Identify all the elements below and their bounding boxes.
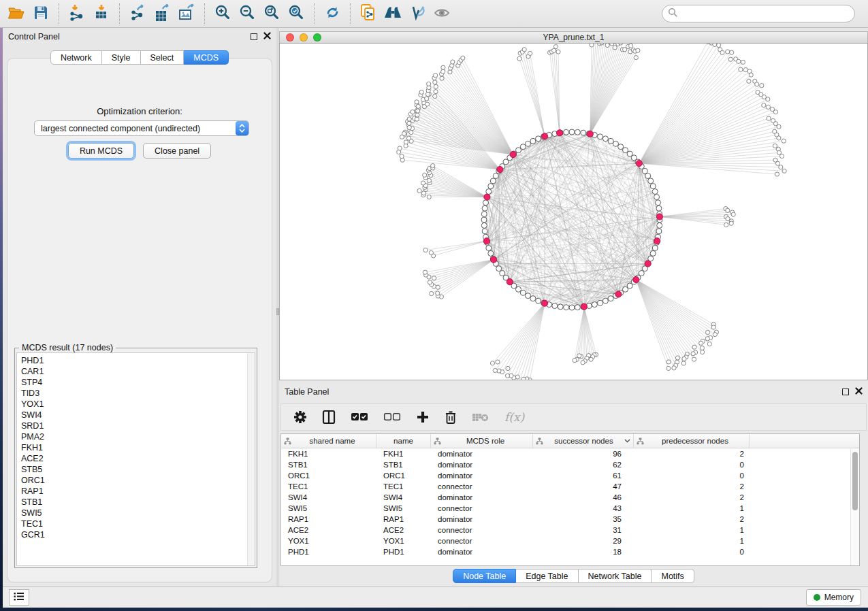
open-file-button[interactable] bbox=[4, 2, 29, 25]
cell-mcds-role: dominator bbox=[431, 472, 533, 480]
mcds-result-node[interactable]: SWI5 bbox=[21, 508, 255, 518]
cell-name: ORC1 bbox=[376, 472, 431, 480]
table-row[interactable]: SWI4SWI4dominator462 bbox=[281, 492, 859, 503]
zoom-in-button[interactable] bbox=[210, 2, 235, 25]
mcds-result-node[interactable]: STB5 bbox=[21, 464, 255, 475]
cell-successor-nodes: 35 bbox=[533, 515, 634, 523]
float-panel-icon[interactable] bbox=[251, 33, 257, 40]
cell-mcds-role: connector bbox=[431, 482, 533, 491]
mcds-result-node[interactable]: PHD1 bbox=[21, 355, 255, 366]
export-image-button[interactable] bbox=[174, 2, 199, 25]
mcds-result-list[interactable]: PHD1CAR1STP4TID3YOX1SWI4SRD1PMA2FKH1ACE2… bbox=[16, 352, 255, 566]
close-panel-icon[interactable] bbox=[263, 32, 271, 42]
network-view-window: YPA_prune.txt_1 bbox=[279, 31, 868, 380]
network-graph[interactable] bbox=[280, 44, 868, 380]
table-row[interactable]: STB1STB1dominator620 bbox=[281, 459, 859, 470]
add-column-icon[interactable] bbox=[416, 410, 430, 424]
gear-icon[interactable] bbox=[293, 410, 307, 424]
mcds-result-node[interactable]: TEC1 bbox=[21, 518, 255, 529]
zoom-out-button[interactable] bbox=[235, 2, 259, 25]
mcds-result-node[interactable]: YOX1 bbox=[21, 399, 255, 410]
zoom-fit-button[interactable] bbox=[259, 2, 284, 25]
table-row[interactable]: FKH1FKH1dominator962 bbox=[281, 448, 859, 459]
close-panel-button[interactable]: Close panel bbox=[143, 143, 211, 159]
table-scrollbar[interactable] bbox=[850, 449, 859, 565]
memory-button-label: Memory bbox=[824, 593, 854, 602]
clone-network-button[interactable] bbox=[356, 2, 381, 25]
float-table-panel-icon[interactable] bbox=[842, 389, 849, 395]
right-pane: YPA_prune.txt_1 Table Panel bbox=[279, 28, 868, 587]
column-header-mcds-role[interactable]: MCDS role bbox=[431, 434, 533, 448]
column-chooser-icon[interactable] bbox=[322, 410, 336, 425]
deselect-all-icon[interactable] bbox=[383, 412, 401, 422]
mcds-list-scrollbar[interactable] bbox=[247, 353, 255, 565]
mcds-result-node[interactable]: FKH1 bbox=[21, 442, 255, 453]
show-panels-button[interactable] bbox=[9, 589, 29, 606]
search-input[interactable] bbox=[678, 7, 854, 20]
show-hide-button[interactable] bbox=[430, 2, 454, 25]
cell-shared-name: SWI4 bbox=[281, 493, 376, 501]
memory-button[interactable]: Memory bbox=[806, 589, 861, 606]
tab-select[interactable]: Select bbox=[141, 50, 184, 65]
export-table-button[interactable] bbox=[150, 2, 174, 25]
tab-network-table[interactable]: Network Table bbox=[579, 569, 652, 583]
mcds-result-node[interactable]: SRD1 bbox=[21, 420, 255, 431]
table-row[interactable]: RAP1RAP1dominator352 bbox=[281, 514, 859, 525]
mcds-result-node[interactable]: TID3 bbox=[21, 388, 255, 399]
column-header-name[interactable]: name bbox=[376, 434, 431, 448]
mcds-result-node[interactable]: CAR1 bbox=[21, 366, 255, 377]
cell-name: FKH1 bbox=[376, 450, 431, 458]
network-canvas[interactable] bbox=[279, 44, 868, 380]
refresh-button[interactable] bbox=[320, 2, 344, 25]
tab-motifs[interactable]: Motifs bbox=[652, 569, 694, 583]
mcds-result-node[interactable]: SWI4 bbox=[21, 410, 255, 420]
close-table-panel-icon[interactable] bbox=[855, 387, 863, 397]
table-row[interactable]: ACE2ACE2connector311 bbox=[281, 525, 859, 535]
cell-mcds-role: dominator bbox=[431, 548, 533, 556]
cell-name: ACE2 bbox=[376, 526, 431, 534]
zoom-selected-button[interactable] bbox=[284, 2, 308, 25]
delete-column-icon[interactable] bbox=[445, 410, 457, 425]
column-header-successor-nodes[interactable]: successor nodes bbox=[533, 434, 634, 448]
import-network-button[interactable] bbox=[65, 2, 89, 25]
mcds-result-node[interactable]: STP4 bbox=[21, 377, 255, 388]
tab-network[interactable]: Network bbox=[50, 50, 102, 65]
column-header-predecessor-nodes[interactable]: predecessor nodes bbox=[634, 434, 750, 448]
table-row[interactable]: TEC1TEC1connector472 bbox=[281, 481, 859, 492]
tab-edge-table[interactable]: Edge Table bbox=[516, 569, 578, 583]
export-image-icon bbox=[178, 4, 195, 24]
tab-node-table[interactable]: Node Table bbox=[453, 569, 516, 583]
mcds-result-node[interactable]: PMA2 bbox=[21, 431, 255, 442]
table-row[interactable]: ORC1ORC1dominator610 bbox=[281, 470, 859, 481]
mcds-result-node[interactable]: ACE2 bbox=[21, 453, 255, 464]
cell-successor-nodes: 62 bbox=[533, 461, 634, 469]
search-network-button[interactable] bbox=[381, 2, 405, 25]
run-mcds-button[interactable]: Run MCDS bbox=[68, 143, 134, 159]
criterion-dropdown[interactable]: largest connected component (undirected) bbox=[34, 120, 249, 136]
cell-successor-nodes: 31 bbox=[533, 526, 634, 534]
network-search-field[interactable] bbox=[662, 5, 855, 22]
optimization-criterion-label: Optimization criterion: bbox=[7, 106, 272, 116]
save-session-button[interactable] bbox=[29, 2, 53, 25]
tab-style[interactable]: Style bbox=[102, 50, 141, 65]
table-scrollbar-thumb[interactable] bbox=[852, 452, 858, 510]
mcds-result-node[interactable]: STB1 bbox=[21, 497, 255, 508]
column-header-shared-name[interactable]: shared name bbox=[281, 434, 376, 448]
import-table-button[interactable] bbox=[89, 2, 114, 25]
table-row[interactable]: PHD1PHD1dominator180 bbox=[281, 546, 859, 557]
select-all-icon[interactable] bbox=[351, 412, 368, 422]
table-toolbar: f(x) bbox=[280, 403, 867, 431]
table-row[interactable]: YOX1YOX1connector291 bbox=[281, 535, 859, 546]
mcds-result-node[interactable]: ORC1 bbox=[21, 475, 255, 486]
style-mapper-button[interactable] bbox=[405, 2, 430, 25]
toolbar-separator bbox=[204, 3, 205, 24]
table-row[interactable]: SWI5SWI5connector431 bbox=[281, 503, 859, 514]
export-network-button[interactable] bbox=[125, 2, 150, 25]
mcds-result-node[interactable]: RAP1 bbox=[21, 486, 255, 497]
cell-successor-nodes: 43 bbox=[533, 504, 634, 512]
mcds-result-node[interactable]: GCR1 bbox=[21, 529, 255, 540]
cell-name: SWI5 bbox=[376, 504, 431, 512]
cell-predecessor-nodes: 2 bbox=[634, 450, 750, 458]
network-title: YPA_prune.txt_1 bbox=[280, 33, 867, 42]
tab-mcds[interactable]: MCDS bbox=[184, 50, 229, 65]
